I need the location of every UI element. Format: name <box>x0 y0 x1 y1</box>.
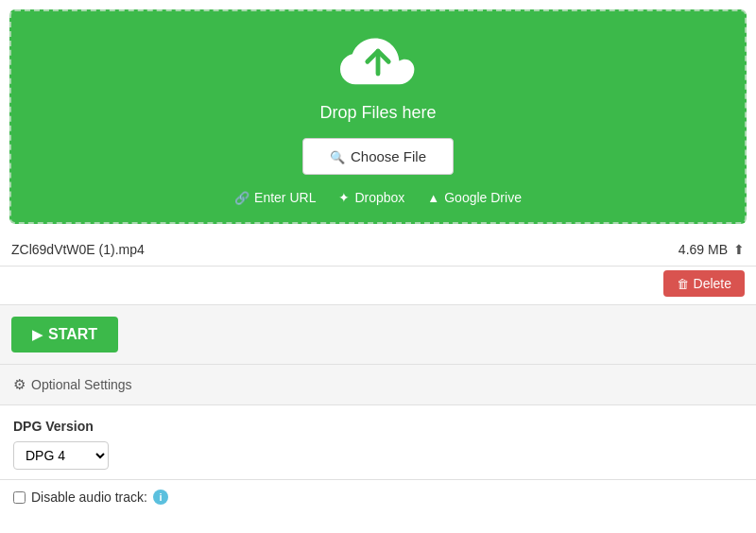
google-drive-icon <box>427 190 439 205</box>
disable-audio-label[interactable]: Disable audio track: i <box>13 490 743 505</box>
start-section: START <box>0 305 756 365</box>
audio-section: Disable audio track: i <box>0 480 756 514</box>
play-icon <box>32 326 43 343</box>
dropbox-label: Dropbox <box>354 190 404 205</box>
upload-icon[interactable] <box>733 241 745 258</box>
start-label: START <box>48 326 97 343</box>
upload-zone: Drop Files here Choose File Enter URL Dr… <box>9 9 747 224</box>
drop-text: Drop Files here <box>319 103 436 123</box>
file-size: 4.69 MB <box>679 242 733 257</box>
file-row: ZCl69dVtW0E (1).mp4 4.69 MB <box>0 233 756 266</box>
dpg-version-label: DPG Version <box>13 419 743 434</box>
dropbox-icon <box>338 190 350 205</box>
google-drive-label: Google Drive <box>444 190 522 205</box>
start-button[interactable]: START <box>11 317 118 352</box>
enter-url-link[interactable]: Enter URL <box>234 190 316 205</box>
info-icon[interactable]: i <box>153 490 168 505</box>
delete-button[interactable]: Delete <box>663 270 745 297</box>
choose-file-button[interactable]: Choose File <box>302 138 454 175</box>
dpg-version-section: DPG Version DPG 4 DPG 3 DPG 2 DPG 1 <box>0 405 756 480</box>
dropbox-link[interactable]: Dropbox <box>338 190 404 205</box>
delete-row: Delete <box>0 266 756 305</box>
optional-settings-label: Optional Settings <box>31 377 132 392</box>
dpg-version-select[interactable]: DPG 4 DPG 3 DPG 2 DPG 1 <box>13 441 109 470</box>
choose-file-label: Choose File <box>351 148 426 164</box>
delete-label: Delete <box>694 276 731 291</box>
optional-settings-header: Optional Settings <box>13 376 743 393</box>
gear-icon <box>13 376 26 393</box>
trash-icon <box>677 276 689 291</box>
optional-settings-section: Optional Settings <box>0 365 756 405</box>
upload-links: Enter URL Dropbox Google Drive <box>234 190 522 205</box>
disable-audio-checkbox[interactable] <box>13 491 26 504</box>
disable-audio-text: Disable audio track: <box>31 490 147 505</box>
file-name: ZCl69dVtW0E (1).mp4 <box>11 242 679 257</box>
cloud-upload-icon <box>340 34 416 95</box>
enter-url-label: Enter URL <box>254 190 316 205</box>
link-icon <box>234 190 249 205</box>
search-icon <box>330 148 345 164</box>
google-drive-link[interactable]: Google Drive <box>427 190 522 205</box>
